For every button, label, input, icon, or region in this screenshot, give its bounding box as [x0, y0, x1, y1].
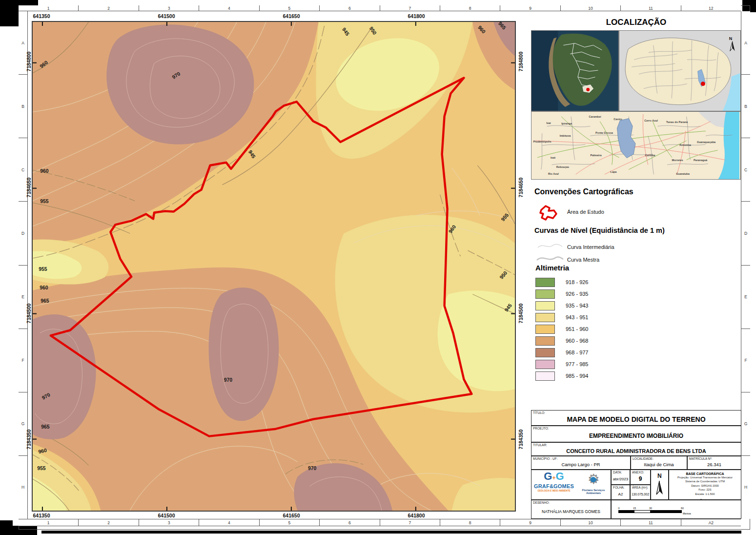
city-label: Castro — [613, 118, 622, 121]
altimetry-swatch — [535, 336, 555, 346]
city-label: Morretes — [672, 159, 683, 162]
grid-cell-top: 3 — [139, 5, 199, 11]
localizacao-title: LOCALIZAÇÃO — [531, 18, 741, 27]
folha-cell: FOLHA: A2 — [611, 485, 630, 500]
base-cartografica-line: Datum: SIRGAS 2000 — [669, 484, 741, 488]
titular-cell: TITULAR: CONCEITO RURAL ADMINISTRADORA D… — [531, 442, 741, 456]
grid-cell-top: 1 — [19, 5, 79, 11]
altimetry-legend: 918 - 926926 - 935935 - 943943 - 951951 … — [535, 276, 657, 382]
scale-tick-label: 30 — [649, 507, 652, 510]
study-area-label: Área de Estudo — [567, 209, 604, 215]
folha-label: FOLHA: — [613, 486, 624, 489]
floriano-logo: ⚙ Floriano Serviços Ambientais — [576, 471, 611, 494]
grid-cell-bottom: 5 — [260, 519, 320, 526]
grid-row-letter: C — [19, 138, 27, 202]
contour-elevation-label: 970 — [224, 377, 233, 383]
grid-cell-top: 8 — [440, 5, 500, 11]
grid-cell-bottom: 6 — [320, 519, 380, 526]
brazil-inset-map — [531, 30, 619, 111]
area-cell: ÁREA (m²): 130.075,002 — [630, 485, 651, 500]
grid-cell-bottom: 3 — [139, 519, 199, 526]
altimetry-class-row: 951 - 960 — [535, 323, 657, 335]
anexo-label: ANEXO: — [632, 471, 644, 474]
grid-cell-bottom: 1 — [19, 519, 79, 526]
contour-elevation-label: 970 — [308, 466, 317, 471]
city-label: Lapa — [611, 170, 617, 173]
city-label: Prudentópolis — [533, 140, 552, 143]
grid-band-right: ABCDEFGH — [741, 11, 750, 519]
intermediate-contour-label: Curva Intermediária — [567, 244, 614, 250]
matricula-label: MATRÍCULA Nº: — [689, 457, 712, 460]
grid-cell-top: 11 — [621, 5, 681, 11]
city-label: Cerro Azul — [644, 119, 658, 122]
grid-cell-bottom: A2 — [681, 519, 741, 526]
anexo-cell: ANEXO: 9 — [630, 470, 651, 485]
city-label: Guaraqueçaba — [697, 141, 715, 144]
grid-row-letter: C — [741, 138, 750, 202]
grid-cell-bottom: 10 — [561, 519, 621, 526]
terrain-svg: 9609709459459509609659609559609559509459… — [33, 22, 515, 511]
parana-shape — [625, 38, 731, 105]
grid-cell-top: 6 — [320, 5, 380, 11]
altimetry-swatch — [535, 360, 555, 369]
altimetry-range-label: 985 - 994 — [566, 373, 588, 379]
north-letter: N — [657, 473, 662, 479]
contour-elevation-label: 960 — [40, 168, 49, 174]
city-label: Ponta Grossa — [595, 131, 613, 134]
altimetry-range-label: 968 - 977 — [566, 350, 588, 355]
grid-row-letter: D — [19, 202, 27, 265]
grid-cell-top: 5 — [260, 5, 320, 11]
regional-inset-map: IvaíIpirangaCarambeíCastroCerro AzulTuna… — [531, 111, 741, 180]
location-dot — [701, 82, 705, 86]
altimetry-range-label: 943 - 951 — [566, 314, 588, 320]
localidade-label: LOCALIDADE: — [633, 457, 654, 460]
grid-row-letter: A — [741, 11, 750, 75]
base-cartografica-title: BASE CARTOGRÁFICA — [669, 472, 741, 475]
base-cartografica-line: Sistema de Coordenadas: UTM — [669, 479, 741, 483]
intermediate-contour-icon — [537, 241, 563, 251]
master-contour-icon — [536, 253, 564, 264]
altimetry-range-label: 935 - 943 — [566, 303, 588, 309]
titulo-cell: TÍTULO: MAPA DE MODELO DIGITAL DO TERREN… — [531, 410, 741, 426]
location-dot — [586, 88, 590, 91]
contour-elevation-label: 955 — [37, 466, 46, 471]
base-cartografica-lines: Projeção: Universal Transversa de Mercat… — [669, 475, 741, 496]
trim-mark-top-left-2 — [0, 9, 20, 26]
scale-segment — [634, 511, 651, 513]
owner-name: CONCEITO RURAL ADMINISTRADORA DE BENS LT… — [531, 443, 741, 455]
altimetry-swatch — [535, 301, 555, 310]
grid-cell-top: 2 — [79, 5, 139, 11]
map-title: MAPA DE MODELO DIGITAL DO TERRENO — [531, 411, 741, 425]
grid-band-top: 123456789101112 — [19, 5, 741, 11]
scale-bar: 0153060 — [618, 510, 682, 513]
city-label: Imbituva — [560, 134, 571, 137]
grid-row-letter: B — [741, 75, 750, 138]
altimetry-range-label: 960 - 968 — [566, 338, 588, 344]
graf-logo-g2: G — [556, 470, 564, 482]
city-label: Ipiranga — [561, 122, 572, 125]
grid-row-letter: D — [741, 202, 750, 265]
grid-cell-top: 4 — [199, 5, 259, 11]
altimetry-class-row: 918 - 926 — [535, 276, 657, 288]
grid-cell-bottom: 2 — [79, 519, 139, 526]
desenho-label: DESENHO: — [533, 501, 550, 504]
parana-inset-map: N — [619, 30, 741, 111]
data-cell: DATA: abr/2023 — [611, 470, 630, 485]
city-label: Carambeí — [589, 115, 601, 118]
altimetry-range-label: 926 - 935 — [566, 291, 588, 297]
svg-text:N: N — [729, 36, 732, 41]
trim-mark-bottom-left — [0, 520, 13, 535]
city-label: Curitiba — [645, 154, 655, 157]
altimetry-swatch — [535, 325, 555, 334]
grid-row-letter: B — [19, 75, 27, 138]
grid-cell-top: 10 — [561, 5, 621, 11]
scale-tick-label: 0 — [618, 507, 619, 510]
terrain-map: 9609709459459509609659609559609559509459… — [32, 21, 516, 512]
altimetry-range-label: 951 - 960 — [566, 326, 588, 332]
north-arrow-icon: N — [651, 470, 668, 499]
altimetry-class-row: 968 - 977 — [535, 347, 657, 358]
altimetry-swatch — [535, 348, 555, 357]
contours-title: Curvas de Nível (Equidistância de 1 m) — [534, 226, 665, 234]
altimetry-swatch — [535, 278, 555, 287]
city-label: Rebouças — [556, 165, 569, 168]
